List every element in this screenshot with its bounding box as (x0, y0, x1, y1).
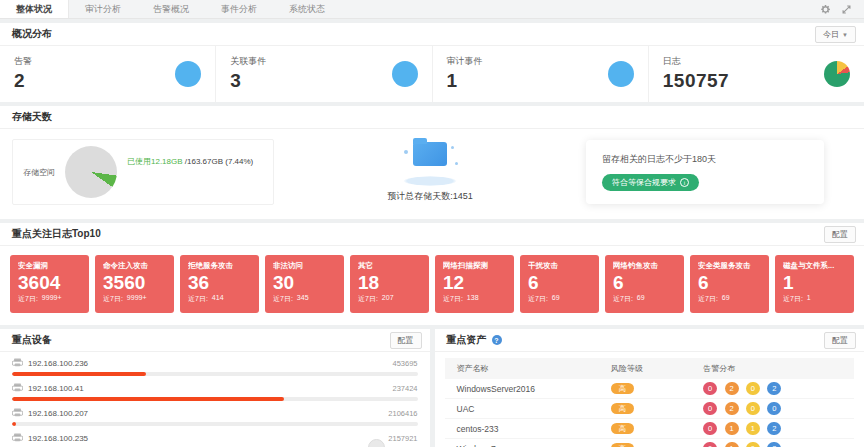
date-filter-dropdown[interactable]: 今日 ▼ (815, 26, 856, 43)
log-card-title: 磁盘与文件系... (783, 261, 846, 271)
log-card-value: 30 (273, 271, 336, 294)
config-button-label: 配置 (832, 229, 848, 240)
recent7-value: 69 (552, 294, 560, 304)
log-card[interactable]: 磁盘与文件系... 1 近7日: 1 (775, 255, 854, 313)
tab-label: 事件分析 (221, 3, 257, 16)
log-card[interactable]: 命令注入攻击 3560 近7日: 9999+ (95, 255, 174, 313)
list-item[interactable]: 192.168.100.207 2106416 (12, 408, 418, 426)
tab[interactable]: 事件分析 (205, 0, 273, 18)
config-button-label: 配置 (398, 335, 414, 346)
tab[interactable]: 系统状态 (273, 0, 341, 18)
log-card-title: 网络钓鱼攻击 (613, 261, 676, 271)
date-filter-value: 今日 (823, 29, 839, 40)
table-row[interactable]: UAC 高 0 2 0 0 (445, 399, 855, 419)
devices-config-button[interactable]: 配置 (390, 332, 422, 349)
device-bar-track (12, 422, 418, 426)
log-card[interactable]: 拒绝服务攻击 36 近7日: 414 (180, 255, 259, 313)
stat-icon (824, 61, 850, 87)
section-title: 重点关注日志Top10 (12, 227, 101, 241)
log-card[interactable]: 安全漏洞 3604 近7日: 9999+ (10, 255, 89, 313)
log-card-value: 36 (188, 271, 251, 294)
risk-badge: 高 (611, 443, 635, 447)
top-logs-header: 重点关注日志Top10 配置 (0, 223, 864, 246)
log-card-value: 3560 (103, 271, 166, 294)
asset-name: centos-233 (457, 424, 611, 434)
risk-badge: 高 (611, 403, 635, 414)
recent7-label: 近7日: (783, 294, 803, 304)
stat-row: 告警 2 关联事件 3 审计事件 1 (0, 46, 864, 102)
storage-total-value: /163.67GB (7.44%) (183, 157, 254, 166)
alert-badge-medium: 0 (746, 402, 760, 415)
column-header: 资产名称 (457, 363, 611, 374)
log-card-row: 安全漏洞 3604 近7日: 9999+ 命令注入攻击 3560 近7日: 99… (0, 246, 864, 325)
alert-badge-medium: 1 (746, 422, 760, 435)
log-card[interactable]: 网络钓鱼攻击 6 近7日: 69 (605, 255, 684, 313)
stat-card[interactable]: 关联事件 3 (215, 46, 431, 102)
log-card-title: 网络扫描探测 (443, 261, 506, 271)
stat-label: 关联事件 (230, 55, 266, 68)
overview-header: 概况分布 今日 ▼ (0, 23, 864, 46)
alert-badge-low: 2 (767, 382, 781, 395)
section-title: 存储天数 (12, 110, 52, 124)
recent7-value: 9999+ (42, 294, 62, 304)
recent7-value: 207 (382, 294, 394, 304)
section-title: 重点设备 (12, 333, 52, 347)
devices-panel: 重点设备 配置 192.168.100.236 453695 (0, 329, 430, 447)
list-item[interactable]: 192.168.100.236 453695 (12, 358, 418, 376)
tab-list: 整体状况 审计分析 告警概况 事件分析 系统状态 (0, 0, 820, 18)
alert-badge-critical: 0 (703, 442, 717, 447)
stat-value: 150757 (663, 70, 729, 92)
table-row[interactable]: Windows7 高 0 1 0 2 (445, 439, 855, 447)
assets-config-button[interactable]: 配置 (824, 332, 856, 349)
recent7-value: 69 (637, 294, 645, 304)
column-header: 风险等级 (611, 363, 704, 374)
table-row[interactable]: WindowsServer2016 高 0 2 0 2 (445, 379, 855, 399)
device-list: 192.168.100.236 453695 192.168.100.41 23… (0, 352, 430, 447)
log-card[interactable]: 安全类服务攻击 6 近7日: 69 (690, 255, 769, 313)
stat-label: 告警 (14, 55, 32, 68)
log-card-value: 18 (358, 271, 421, 294)
overview-panel: 概况分布 今日 ▼ 告警 2 关联事件 3 (0, 23, 864, 102)
list-item[interactable]: 192.168.100.41 237424 (12, 383, 418, 401)
stat-value: 3 (230, 70, 266, 92)
storage-days-label: 预计总存储天数:1451 (387, 190, 473, 203)
tab-bar: 整体状况 审计分析 告警概况 事件分析 系统状态 (0, 0, 864, 19)
device-ip[interactable]: 192.168.100.236 (28, 359, 88, 368)
config-button-label: 配置 (832, 335, 848, 346)
gear-icon[interactable] (820, 4, 831, 15)
recent7-value: 138 (467, 294, 479, 304)
stat-card[interactable]: 告警 2 (0, 46, 215, 102)
log-card[interactable]: 干扰攻击 6 近7日: 69 (520, 255, 599, 313)
device-ip[interactable]: 192.168.100.207 (28, 409, 88, 418)
help-icon[interactable]: ? (492, 335, 502, 345)
tab[interactable]: 告警概况 (137, 0, 205, 18)
fullscreen-icon[interactable] (841, 4, 852, 15)
device-ip[interactable]: 192.168.100.235 (28, 434, 88, 443)
log-card[interactable]: 其它 18 近7日: 207 (350, 255, 429, 313)
alert-badge-low: 2 (767, 422, 781, 435)
log-card[interactable]: 网络扫描探测 12 近7日: 138 (435, 255, 514, 313)
stat-card[interactable]: 日志 150757 (648, 46, 864, 102)
recent7-label: 近7日: (273, 294, 293, 304)
log-card-title: 安全类服务攻击 (698, 261, 761, 271)
log-card[interactable]: 非法访问 30 近7日: 345 (265, 255, 344, 313)
tab[interactable]: 整体状况 (0, 0, 69, 18)
tab[interactable]: 审计分析 (69, 0, 137, 18)
alert-badge-medium: 0 (746, 382, 760, 395)
alert-badge-low: 0 (767, 402, 781, 415)
log-card-title: 命令注入攻击 (103, 261, 166, 271)
tab-label: 审计分析 (85, 3, 121, 16)
list-item[interactable]: 192.168.100.235 2157921 (12, 433, 418, 447)
device-ip[interactable]: 192.168.100.41 (28, 384, 84, 393)
folder-icon (400, 142, 460, 186)
storage-usage-text: 已使用12.18GB /163.67GB (7.44%) (127, 156, 253, 167)
stat-card[interactable]: 审计事件 1 (432, 46, 648, 102)
log-card-value: 6 (698, 271, 761, 294)
chevron-down-icon: ▼ (842, 32, 848, 38)
top-logs-config-button[interactable]: 配置 (824, 226, 856, 243)
table-row[interactable]: centos-233 高 0 1 1 2 (445, 419, 855, 439)
device-bar-fill (12, 372, 146, 376)
storage-days-block: 预计总存储天数:1451 (274, 142, 586, 203)
device-bar-fill (12, 397, 284, 401)
compliance-button[interactable]: 符合等保合规要求 i (602, 174, 699, 191)
